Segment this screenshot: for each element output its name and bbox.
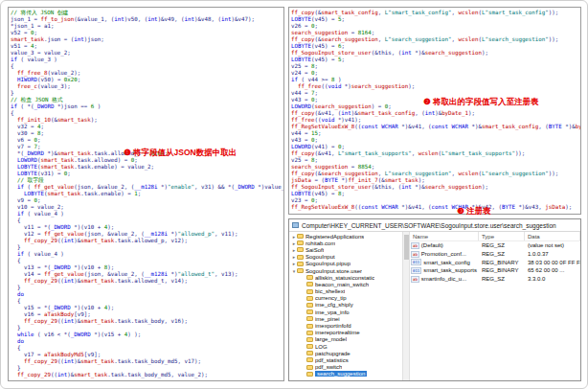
value-type: REG_BINARY	[479, 259, 525, 267]
code-line: }	[11, 285, 282, 291]
registry-tree-item[interactable]: ime_vpa_info	[289, 309, 402, 315]
tree-item-label: imereportrealtime	[315, 330, 360, 335]
column-header-name[interactable]: Name	[410, 232, 479, 240]
registry-tree-item[interactable]: ▸SaiSoft	[289, 246, 402, 253]
registry-tree-item[interactable]: ime_cfg_shiply	[289, 302, 402, 309]
registry-value-row[interactable]: ab(Default)REG_SZ(value not set)	[410, 241, 580, 250]
annotation-step2: ❷ 将取出的字段值写入至注册表	[423, 97, 538, 108]
registry-tree-item[interactable]: imexportinfofd	[289, 322, 402, 329]
code-line: if ( value_4 )	[11, 211, 282, 217]
code-line: {	[11, 345, 282, 352]
scrollbar-thumb[interactable]	[404, 235, 409, 260]
binary-value-icon: 011	[411, 267, 421, 274]
tree-item-label: ime_cfg_shiply	[315, 302, 353, 308]
registry-tree-item[interactable]: ▸RegisteredApplications	[289, 233, 402, 240]
code-line: ff_copy(&v41, L"smart_task_supports", wc…	[291, 150, 578, 157]
code-line: // 取字段	[11, 177, 282, 184]
string-value-icon: ab	[411, 242, 419, 249]
folder-icon	[306, 309, 313, 314]
code-line: v24 = 0;	[291, 70, 578, 77]
code-line: ff_init_10(&smart_task);	[11, 117, 282, 124]
code-line: value_3 = value_2;	[11, 50, 282, 57]
registry-value-row[interactable]: 011smart_task_supportsREG_BINARY65 62 00…	[410, 266, 580, 275]
code-line: ff_copy_29((int)&smart_task.task.task_bo…	[11, 358, 282, 365]
registry-tree-item[interactable]: LOG	[289, 343, 402, 350]
value-name: smartinfo_dic_u...	[421, 275, 466, 284]
code-line: if ( value_3 )	[11, 57, 282, 63]
code-line: // 将传入 JSON 创建	[11, 10, 282, 16]
folder-icon	[306, 324, 313, 329]
code-line: if ( v44 >= 8 )	[291, 77, 578, 83]
registry-tree-item[interactable]: currency_tip	[289, 295, 402, 302]
folder-icon	[297, 262, 304, 266]
tree-scrollbar[interactable]	[402, 232, 410, 380]
code-line: v13 = *(_DWORD *)(v10 + 8);	[11, 264, 282, 271]
code-line: ff_copy_29((int)&smart_task.task.task_bo…	[11, 372, 282, 378]
code-line: if ( ff_get_value(json, &value_2, (__m12…	[11, 184, 282, 191]
code-line: ff_copy(&smart_task_config, L"smart_task…	[291, 10, 578, 16]
code-line: {	[11, 258, 282, 264]
registry-tree-item[interactable]: pdf_statistics	[289, 356, 402, 363]
registry-value-row[interactable]: abPromotion_conf...REG_SZ1.0.0.37	[410, 250, 580, 259]
folder-icon	[306, 331, 313, 335]
column-header-type[interactable]: Type	[479, 232, 525, 240]
code-line: v10 = value_2;	[11, 204, 282, 211]
code-line: ff_RegSetValueExW_8((const WCHAR *)&v41,…	[291, 124, 578, 130]
registry-tree-item[interactable]: search_suggestion	[289, 371, 402, 378]
registry-tree-item[interactable]: ▸rohitab.com	[289, 240, 402, 246]
registry-value-row[interactable]: 011smart_task_configREG_BINARY38 03 00 0…	[410, 259, 580, 267]
registry-tree-item[interactable]: beacon_main_switch	[289, 281, 402, 287]
code-line: ff_copy(&search_suggestion, L"search_sug…	[291, 36, 578, 43]
registry-tree-item[interactable]: bic_shellext	[289, 288, 402, 295]
tree-item-label: LOG	[315, 344, 328, 350]
code-line: v52 = 0;	[11, 30, 282, 36]
code-line: }	[11, 90, 282, 97]
folder-icon	[306, 296, 313, 301]
code-line: v12 = ff_get_value(json, &value_2, (__m1…	[11, 231, 282, 238]
code-line: {	[11, 110, 282, 117]
code-line: v43 = 0;	[291, 137, 578, 144]
code-line: ff_RegSetValueExW_8((const WCHAR *)&v41,…	[291, 204, 578, 211]
code-line: v44 = 15;	[291, 130, 578, 137]
registry-tree-item[interactable]: pdf_switch	[289, 364, 402, 371]
registry-tree-item[interactable]: large_model	[289, 336, 402, 343]
code-line: search_suggestion = 8854;	[291, 164, 578, 171]
code-line: v32 = 4;	[11, 124, 282, 130]
folder-icon	[306, 372, 313, 377]
registry-tree-item[interactable]: imereportrealtime	[289, 330, 402, 336]
registry-tree-item[interactable]: ▾SogouInput.store.user	[289, 267, 402, 274]
value-type: REG_BINARY	[479, 266, 525, 275]
tree-item-label: patchupgrade	[315, 351, 351, 356]
registry-address-bar[interactable]: Computer\HKEY_CURRENT_USER\SOFTWARE\Sogo…	[289, 219, 580, 232]
column-header-data[interactable]: Data	[525, 232, 580, 240]
code-line: }	[11, 244, 282, 251]
tree-item-label: ime_pinei	[315, 316, 340, 322]
registry-value-row[interactable]: absmartinfo_dic_u...REG_SZ3.3.0.0	[410, 275, 580, 284]
tree-item-label: SogouInput.store.user	[305, 268, 362, 274]
binary-value-icon: 011	[411, 259, 421, 265]
value-name: (Default)	[421, 241, 443, 250]
registry-values-pane: NameTypeData ab(Default)REG_SZ(value not…	[410, 232, 580, 380]
tree-item-label: ime_vpa_info	[315, 309, 350, 315]
value-name: Promotion_conf...	[421, 250, 466, 259]
code-line: ff_free_8(value_2);	[11, 70, 282, 77]
registry-tree-item[interactable]: patchupgrade	[289, 350, 402, 356]
folder-icon	[306, 344, 313, 349]
tree-item-label: beacon_main_switch	[315, 282, 369, 287]
code-line: {	[11, 298, 282, 305]
registry-tree-item[interactable]: alliskin_statusiconstatic	[289, 274, 402, 281]
tree-item-label: large_model	[315, 336, 347, 342]
code-line: {	[11, 217, 282, 224]
code-line: v25 = 8;	[291, 63, 578, 70]
registry-tree-item[interactable]: ime_pinei	[289, 315, 402, 322]
folder-icon	[306, 289, 313, 294]
registry-tree-item[interactable]: ▸SogouInput	[289, 254, 402, 261]
folder-icon	[306, 337, 313, 342]
tree-item-label: pdf_switch	[315, 364, 342, 370]
registry-tree-item[interactable]: ▸SogouInput.pipup	[289, 261, 402, 267]
code-line: LOBYTE(v45) = 8;	[291, 191, 578, 197]
folder-icon	[297, 240, 304, 245]
code-line: free_c(value_3);	[11, 83, 282, 90]
code-line: smart_task.json = (int)json;	[11, 36, 282, 43]
code-line: LOBYTE(smart_task.task.enable) = value_2…	[11, 164, 282, 171]
